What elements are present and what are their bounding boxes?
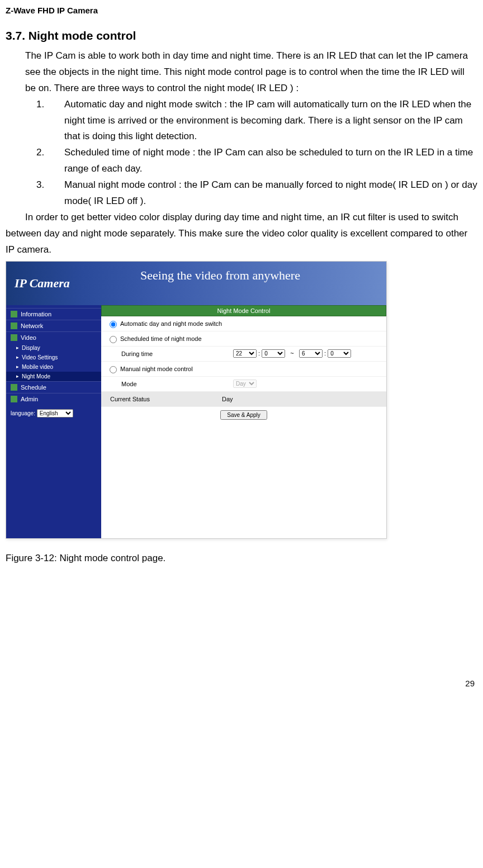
- bullet-icon: [11, 396, 17, 402]
- intro-paragraph: The IP Cam is able to work both in day t…: [6, 48, 477, 97]
- sidebar-sub-video-settings[interactable]: ▸Video Settings: [6, 353, 101, 362]
- sidebar-sub-label: Display: [22, 345, 40, 351]
- form-row-scheduled: Scheduled time of night mode: [101, 331, 386, 347]
- list-item: 1. Automatic day and night mode switch :…: [36, 97, 477, 145]
- bullet-icon: [11, 334, 17, 341]
- figure-caption: Figure 3-12: Night mode control page.: [6, 553, 477, 564]
- bullet-icon: [11, 311, 17, 317]
- sidebar: Information Network Video ▸Display ▸Vide…: [6, 305, 101, 538]
- sidebar-sub-label: Mobile video: [22, 364, 53, 370]
- radio-auto[interactable]: [110, 321, 117, 328]
- form-row-during: During time 22 : 0 ~ 6 : 0: [101, 347, 386, 362]
- sidebar-label: Network: [21, 322, 43, 329]
- arrow-icon: ▸: [16, 345, 19, 350]
- sidebar-label: Schedule: [21, 384, 46, 391]
- button-row: Save & Apply: [101, 407, 386, 423]
- arrow-icon: ▸: [16, 373, 19, 379]
- panel-title: Night Mode Control: [101, 305, 386, 316]
- list-text: Manual night mode control : the IP Cam c…: [64, 177, 477, 210]
- status-label: Current Status: [107, 396, 222, 402]
- status-value: Day: [222, 396, 233, 402]
- arrow-icon: ▸: [16, 364, 19, 369]
- form-row-manual: Manual night mode control: [101, 362, 386, 377]
- during-label: During time: [107, 350, 233, 357]
- save-apply-button[interactable]: Save & Apply: [220, 410, 267, 420]
- outro-paragraph: In order to get better video color displ…: [6, 210, 477, 258]
- list-item: 2. Scheduled time of night mode : the IP…: [36, 145, 477, 177]
- section-heading: 3.7. Night mode control: [6, 29, 477, 42]
- mode-label: Mode: [107, 381, 233, 387]
- embedded-screenshot: IP Camera Seeing the video from anywhere…: [6, 261, 387, 539]
- radio-label: Manual night mode control: [120, 366, 193, 372]
- arrow-icon: ▸: [16, 354, 19, 360]
- sidebar-label: Information: [21, 311, 51, 317]
- banner-title: IP Camera: [15, 276, 70, 291]
- document-header: Z-Wave FHD IP Camera: [0, 0, 483, 18]
- list-number: 2.: [36, 145, 64, 177]
- language-selector-row: language: English: [6, 405, 101, 422]
- sidebar-item-admin[interactable]: Admin: [6, 393, 101, 405]
- minute-start-select[interactable]: 0: [262, 349, 285, 358]
- list-number: 1.: [36, 97, 64, 145]
- radio-scheduled[interactable]: [110, 336, 117, 343]
- form-row-status: Current Status Day: [101, 392, 386, 407]
- sidebar-label: Admin: [21, 396, 38, 402]
- bullet-icon: [11, 322, 17, 329]
- language-label: language:: [11, 410, 35, 416]
- form-row-auto: Automatic day and night mode switch: [101, 316, 386, 331]
- minute-end-select[interactable]: 0: [328, 349, 351, 358]
- time-separator: ~: [290, 350, 293, 357]
- language-select[interactable]: English: [37, 409, 73, 418]
- hour-start-select[interactable]: 22: [233, 349, 257, 358]
- sidebar-sub-mobile-video[interactable]: ▸Mobile video: [6, 362, 101, 372]
- list-text: Automatic day and night mode switch : th…: [64, 97, 477, 145]
- radio-manual[interactable]: [110, 366, 117, 373]
- sidebar-item-network[interactable]: Network: [6, 320, 101, 331]
- sidebar-sub-display[interactable]: ▸Display: [6, 343, 101, 353]
- banner: IP Camera Seeing the video from anywhere: [6, 262, 386, 305]
- list-item: 3. Manual night mode control : the IP Ca…: [36, 177, 477, 210]
- sidebar-item-video[interactable]: Video: [6, 331, 101, 343]
- hour-end-select[interactable]: 6: [299, 349, 323, 358]
- form-row-mode: Mode Day: [101, 377, 386, 392]
- radio-label: Scheduled time of night mode: [120, 335, 202, 342]
- banner-slogan: Seeing the video from anywhere: [140, 268, 300, 283]
- main-panel: Night Mode Control Automatic day and nig…: [101, 305, 386, 538]
- sidebar-sub-night-mode[interactable]: ▸Night Mode: [6, 372, 101, 381]
- sidebar-item-information[interactable]: Information: [6, 308, 101, 320]
- time-controls: 22 : 0 ~ 6 : 0: [233, 349, 351, 358]
- radio-label: Automatic day and night mode switch: [120, 320, 222, 327]
- sidebar-sub-label: Night Mode: [22, 373, 50, 380]
- sidebar-label: Video: [21, 334, 36, 341]
- mode-select[interactable]: Day: [233, 380, 257, 388]
- list-text: Scheduled time of night mode : the IP Ca…: [64, 145, 477, 177]
- list-number: 3.: [36, 177, 64, 210]
- sidebar-sub-label: Video Settings: [22, 354, 58, 361]
- sidebar-item-schedule[interactable]: Schedule: [6, 381, 101, 393]
- bullet-icon: [11, 384, 17, 391]
